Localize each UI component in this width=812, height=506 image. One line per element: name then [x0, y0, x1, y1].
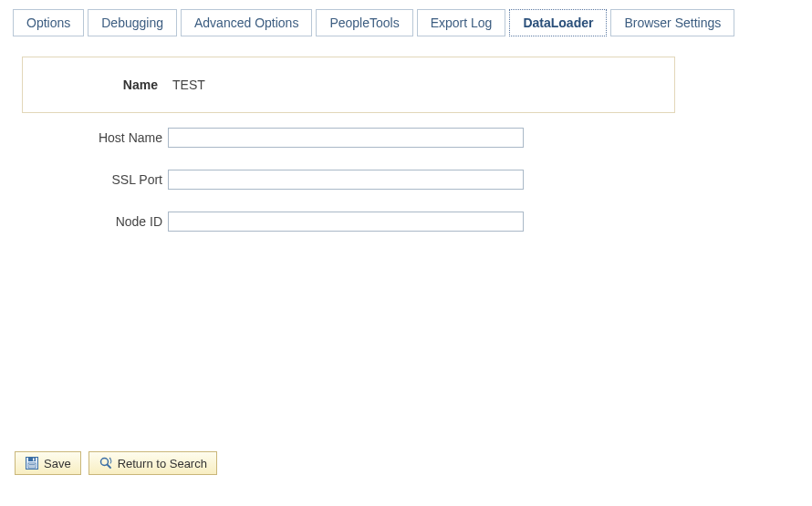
- tab-bar: Options Debugging Advanced Options Peopl…: [0, 0, 812, 36]
- node-id-input[interactable]: [168, 212, 524, 232]
- host-name-row: Host Name: [22, 128, 812, 148]
- svg-line-7: [107, 465, 110, 469]
- return-to-search-button[interactable]: Return to Search: [88, 451, 217, 475]
- ssl-port-input[interactable]: [168, 170, 524, 190]
- host-name-input[interactable]: [168, 128, 524, 148]
- svg-rect-2: [33, 459, 35, 461]
- return-to-search-label: Return to Search: [118, 457, 207, 470]
- node-id-label: Node ID: [22, 214, 168, 229]
- svg-rect-1: [28, 458, 36, 461]
- ssl-port-row: SSL Port: [22, 170, 812, 190]
- search-icon: [99, 456, 113, 470]
- svg-rect-3: [28, 463, 36, 468]
- name-label: Name: [23, 77, 167, 92]
- tab-dataloader[interactable]: DataLoader: [509, 9, 607, 36]
- bottom-button-bar: Save Return to Search: [15, 451, 217, 475]
- tab-advanced-options[interactable]: Advanced Options: [181, 9, 312, 36]
- save-button-label: Save: [44, 457, 71, 470]
- tab-export-log[interactable]: Export Log: [417, 9, 506, 36]
- tab-browser-settings[interactable]: Browser Settings: [610, 9, 734, 36]
- node-id-row: Node ID: [22, 212, 812, 232]
- host-name-label: Host Name: [22, 130, 168, 145]
- dataloader-form: Host Name SSL Port Node ID: [22, 128, 812, 232]
- save-button[interactable]: Save: [15, 451, 81, 475]
- tab-debugging[interactable]: Debugging: [88, 9, 177, 36]
- tab-peopletools[interactable]: PeopleTools: [316, 9, 412, 36]
- tab-options[interactable]: Options: [13, 9, 84, 36]
- save-icon: [25, 456, 39, 470]
- ssl-port-label: SSL Port: [22, 172, 168, 187]
- name-value: TEST: [167, 77, 205, 92]
- name-panel: Name TEST: [22, 57, 675, 113]
